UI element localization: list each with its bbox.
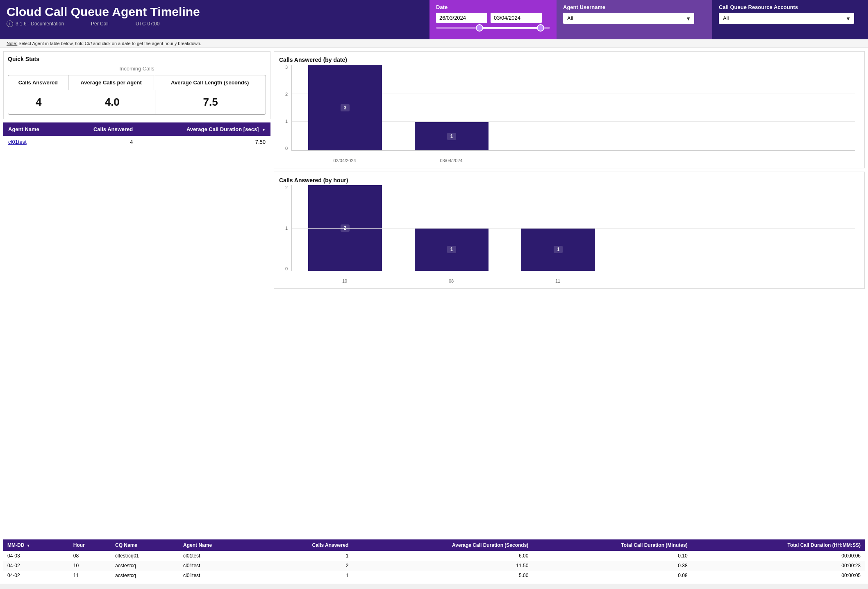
version-label: 3.1.6 - Documentation bbox=[16, 21, 64, 27]
detail-total-hhmmss: 00:00:05 bbox=[692, 571, 865, 580]
x-label-hour-2: 08 bbox=[414, 279, 488, 283]
detail-header-cq-name: CQ Name bbox=[111, 539, 179, 551]
agent-table-row[interactable]: cl01test 4 7.50 bbox=[3, 136, 270, 148]
slider-left-thumb[interactable] bbox=[476, 24, 483, 32]
chart-bar-date-1: 3 bbox=[308, 65, 382, 150]
detail-calls-answered: 1 bbox=[258, 571, 353, 580]
detail-header-agent-name: Agent Name bbox=[179, 539, 258, 551]
page-title: Cloud Call Queue Agent Timeline bbox=[7, 5, 423, 19]
chart-bar-date-2: 1 bbox=[415, 65, 489, 150]
detail-agent-name: cl01test bbox=[179, 561, 258, 571]
detail-header-hour: Hour bbox=[69, 539, 111, 551]
chart-by-hour-title: Calls Answered (by hour) bbox=[279, 177, 859, 183]
stat-calls-answered-value: 4 bbox=[8, 90, 69, 114]
detail-cq-name: acstestcq bbox=[111, 561, 179, 571]
detail-table: MM-DD ▼ Hour CQ Name Agent Name Calls An… bbox=[3, 539, 865, 580]
detail-agent-name: cl01test bbox=[179, 571, 258, 580]
stat-avg-per-agent-header: Average Calls per Agent bbox=[68, 75, 155, 90]
info-icon: i bbox=[7, 20, 13, 27]
agent-table-section: Agent Name Calls Answered Average Call D… bbox=[3, 122, 270, 148]
stat-avg-per-agent-value: 4.0 bbox=[69, 90, 155, 114]
stat-avg-length-value: 7.5 bbox=[155, 90, 266, 114]
detail-total-min: 0.38 bbox=[532, 561, 691, 571]
agent-name-cell[interactable]: cl01test bbox=[3, 136, 64, 148]
agent-table-header-calls: Calls Answered bbox=[64, 122, 138, 136]
date-from-input[interactable] bbox=[436, 13, 487, 23]
detail-mm-dd: 04-02 bbox=[3, 571, 69, 580]
detail-total-min: 0.10 bbox=[532, 551, 691, 561]
bar-label-date-1: 3 bbox=[341, 104, 350, 111]
detail-calls-answered: 2 bbox=[258, 561, 353, 571]
note-text: Select Agent in table below, hold Ctrl a… bbox=[18, 41, 201, 46]
detail-cq-name: acstestcq bbox=[111, 571, 179, 580]
date-filter-section: Date bbox=[429, 0, 557, 39]
agent-filter-label: Agent Username bbox=[563, 4, 706, 10]
detail-header-mm-dd: MM-DD ▼ bbox=[3, 539, 69, 551]
y-label-hour-1: 1 bbox=[285, 226, 288, 231]
avg-duration-cell: 7.50 bbox=[138, 136, 270, 148]
detail-total-hhmmss: 00:00:23 bbox=[692, 561, 865, 571]
bar-label-date-2: 1 bbox=[447, 133, 457, 140]
y-label-1: 1 bbox=[285, 119, 288, 124]
detail-mm-dd: 04-02 bbox=[3, 561, 69, 571]
x-label-date-2: 03/04/2024 bbox=[414, 158, 488, 163]
detail-table-row[interactable]: 04-02 10 acstestcq cl01test 2 11.50 0.38… bbox=[3, 561, 865, 571]
detail-avg-sec: 6.00 bbox=[352, 551, 532, 561]
detail-header-avg-sec: Average Call Duration (Seconds) bbox=[352, 539, 532, 551]
y-label-hour-2: 2 bbox=[285, 185, 288, 190]
y-label-0: 0 bbox=[285, 146, 288, 151]
detail-hour: 11 bbox=[69, 571, 111, 580]
date-filter-label: Date bbox=[436, 4, 550, 10]
agent-filter-section: Agent Username All ▼ bbox=[557, 0, 712, 39]
cq-filter-label: Call Queue Resource Accounts bbox=[719, 4, 861, 10]
bar-label-hour-3: 1 bbox=[554, 246, 563, 253]
x-label-hour-3: 11 bbox=[521, 279, 595, 283]
slider-right-thumb[interactable] bbox=[537, 24, 544, 32]
y-label-3: 3 bbox=[285, 65, 288, 70]
detail-avg-sec: 5.00 bbox=[352, 571, 532, 580]
detail-header-total-min: Total Call Duration (Minutes) bbox=[532, 539, 691, 551]
bar-label-hour-2: 1 bbox=[447, 246, 457, 253]
chart-by-date-section: Calls Answered (by date) 3 2 1 0 bbox=[274, 51, 865, 168]
stat-calls-answered-header: Calls Answered bbox=[8, 75, 68, 90]
y-label-2: 2 bbox=[285, 92, 288, 97]
detail-calls-answered: 1 bbox=[258, 551, 353, 561]
chart-by-date-title: Calls Answered (by date) bbox=[279, 57, 859, 63]
date-to-input[interactable] bbox=[491, 13, 542, 23]
detail-table-row[interactable]: 04-02 11 acstestcq cl01test 1 5.00 0.08 … bbox=[3, 571, 865, 580]
x-label-hour-1: 10 bbox=[308, 279, 382, 283]
calls-answered-cell: 4 bbox=[64, 136, 138, 148]
x-label-date-1: 02/04/2024 bbox=[308, 158, 382, 163]
detail-cq-name: cltestrcq01 bbox=[111, 551, 179, 561]
detail-hour: 08 bbox=[69, 551, 111, 561]
agent-table: Agent Name Calls Answered Average Call D… bbox=[3, 122, 270, 148]
detail-table-row[interactable]: 04-03 08 cltestrcq01 cl01test 1 6.00 0.1… bbox=[3, 551, 865, 561]
sort-icon-mm-dd: ▼ bbox=[27, 544, 30, 548]
utc-label: UTC-07:00 bbox=[136, 21, 160, 27]
chart-by-hour-section: Calls Answered (by hour) 2 1 0 bbox=[274, 172, 865, 289]
detail-header-total-hhmmss: Total Call Duration (HH:MM:SS) bbox=[692, 539, 865, 551]
cq-filter-section: Call Queue Resource Accounts All ▼ bbox=[712, 0, 868, 39]
stat-avg-length-header: Average Call Length (seconds) bbox=[154, 75, 266, 90]
detail-mm-dd: 04-03 bbox=[3, 551, 69, 561]
quick-stats-title: Quick Stats bbox=[8, 56, 266, 62]
header-title-area: Cloud Call Queue Agent Timeline i 3.1.6 … bbox=[0, 0, 429, 39]
detail-table-section: MM-DD ▼ Hour CQ Name Agent Name Calls An… bbox=[0, 539, 868, 584]
per-call-label: Per Call bbox=[91, 21, 109, 27]
agent-table-header-avg-duration: Average Call Duration [secs] ▼ bbox=[138, 122, 270, 136]
quick-stats-section: Quick Stats Incoming Calls Calls Answere… bbox=[3, 51, 270, 119]
detail-header-calls-answered: Calls Answered bbox=[258, 539, 353, 551]
agent-table-header-name: Agent Name bbox=[3, 122, 64, 136]
detail-hour: 10 bbox=[69, 561, 111, 571]
cq-select[interactable]: All bbox=[719, 13, 854, 24]
agent-select[interactable]: All bbox=[563, 13, 694, 24]
incoming-calls-label: Incoming Calls bbox=[8, 66, 266, 72]
detail-agent-name: cl01test bbox=[179, 551, 258, 561]
detail-total-min: 0.08 bbox=[532, 571, 691, 580]
detail-avg-sec: 11.50 bbox=[352, 561, 532, 571]
sort-icon-avg-duration: ▼ bbox=[262, 128, 266, 132]
y-label-hour-0: 0 bbox=[285, 266, 288, 271]
note-bar: Note: Select Agent in table below, hold … bbox=[0, 39, 868, 48]
detail-total-hhmmss: 00:00:06 bbox=[692, 551, 865, 561]
note-underline: Note: bbox=[7, 41, 17, 46]
